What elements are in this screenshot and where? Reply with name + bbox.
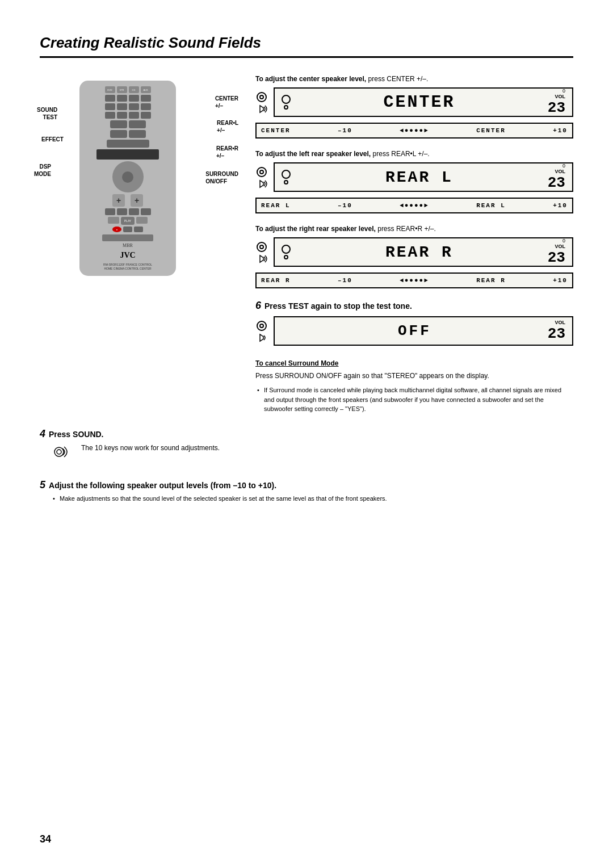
remote-btn-8[interactable] [141, 103, 151, 110]
rear-r-number: 23 [548, 249, 565, 266]
remote-btn-treble[interactable] [129, 130, 146, 138]
rear-r-scale-arrows: ◄●●●●► [400, 277, 429, 284]
rear-r-section: To adjust the right rear speaker level, … [255, 225, 573, 288]
remote-btn-dvd[interactable]: DVD [105, 86, 115, 93]
remote-btn-aux[interactable]: AUX [141, 86, 151, 93]
step6-number: 6 [255, 300, 261, 312]
label-dsp-mode: DSP MODE [34, 163, 51, 178]
rear-l-scale-right: REAR L [476, 202, 506, 209]
remote-btn-stop[interactable] [123, 227, 132, 232]
remote-btn-12[interactable] [141, 112, 151, 119]
test-wave-icon [255, 332, 268, 343]
cancel-surround-text2: If Surround mode is canceled while playi… [264, 385, 573, 414]
center-number: 23 [548, 99, 565, 116]
remote-btn-1[interactable] [105, 95, 115, 102]
off-vol-label: VOL [555, 320, 565, 325]
remote-btn-10[interactable] [117, 112, 127, 119]
off-lcd-display: OFF VOL 23 [274, 316, 573, 346]
center-scale-plus: +10 [553, 127, 568, 134]
center-section: To adjust the center speaker level, pres… [255, 75, 573, 139]
center-scale-bar: CENTER –10 ◄●●●●► CENTER +10 [255, 123, 573, 139]
remote-btn-guide[interactable] [105, 208, 115, 215]
center-vol-label: VOL [555, 94, 565, 99]
remote-btn-pause[interactable] [134, 227, 143, 232]
remote-btn-prev[interactable] [108, 217, 119, 224]
step4-number: 4 [40, 428, 45, 440]
remote-btn-2[interactable] [117, 95, 127, 102]
rear-l-wave-icon [255, 178, 268, 190]
remote-btn-str[interactable]: STR [117, 86, 127, 93]
rear-l-number: 23 [548, 174, 565, 191]
step4-description: The 10 keys now work for sound adjustmen… [81, 443, 220, 453]
off-lcd-text: OFF [398, 322, 431, 339]
remote-btn-11[interactable] [129, 112, 139, 119]
center-lcd-display: CENTER 0 VOL 23 [274, 87, 573, 117]
remote-btn-long[interactable] [102, 234, 153, 241]
rear-l-scale-bar: REAR L –10 ◄●●●●► REAR L +10 [255, 198, 573, 213]
rear-r-scale-plus: +10 [553, 277, 568, 284]
step5-title: Adjust the following speaker output leve… [49, 481, 276, 490]
remote-btn-5[interactable] [105, 103, 115, 110]
remote-volume-btn[interactable]: + [112, 194, 125, 207]
remote-btn-9[interactable] [105, 112, 115, 119]
rear-r-instruction-title: To adjust the right rear speaker level, … [255, 225, 573, 233]
rear-r-vol-label: VOL [555, 244, 565, 249]
step6-title: Press TEST again to stop the test tone. [264, 301, 412, 311]
rear-l-section: To adjust the left rear speaker level, p… [255, 150, 573, 213]
center-lcd-text: CENTER [383, 93, 455, 112]
rear-r-scale-right: REAR R [476, 277, 506, 284]
remote-btn-3[interactable] [129, 95, 139, 102]
rear-l-vol-label: VOL [555, 169, 565, 174]
remote-btn-6[interactable] [117, 103, 127, 110]
step5-section: 5 Adjust the following speaker output le… [40, 479, 573, 504]
label-effect: EFFECT [41, 136, 64, 142]
center-scale-minus: –10 [338, 127, 352, 134]
remote-btn-display[interactable] [107, 140, 149, 148]
remote-btn-menu[interactable] [141, 208, 151, 215]
rear-r-scale-left: REAR R [261, 277, 291, 284]
remote-display [96, 149, 159, 160]
center-icon [255, 92, 268, 115]
label-rear-l: REAR•L+/– [217, 119, 238, 134]
remote-btn-sound[interactable] [110, 120, 127, 128]
rear-r-scale-minus: –10 [338, 277, 352, 284]
remote-btn-bass[interactable] [129, 120, 146, 128]
page-number: 34 [40, 833, 51, 845]
step6-section: 6 Press TEST again to stop the test tone… [255, 300, 573, 348]
center-instruction-title: To adjust the center speaker level, pres… [255, 75, 573, 83]
jvc-logo: JVC [85, 251, 170, 260]
center-scale-arrows: ◄●●●●► [400, 127, 429, 134]
remote-btn-rec[interactable]: ● [112, 227, 121, 232]
rear-l-lcd-text: REAR L [385, 169, 453, 186]
remote-btn-7[interactable] [129, 103, 139, 110]
remote-btn-cd[interactable]: CD [129, 86, 139, 93]
rear-r-lcd-text: REAR R [385, 244, 453, 261]
rear-r-icon [255, 242, 268, 265]
remote-btn-effect[interactable] [110, 130, 127, 138]
off-number: 23 [548, 325, 565, 342]
svg-point-0 [54, 447, 64, 456]
remote-btn-audio[interactable] [117, 208, 127, 215]
cancel-surround-title: To cancel Surround Mode [255, 359, 573, 367]
remote-volume-down-btn[interactable]: + [131, 194, 143, 207]
cancel-surround-text1: Press SURROUND ON/OFF again so that "STE… [255, 371, 573, 381]
rear-r-value: 0 [562, 238, 565, 244]
label-sound-test: SOUNDTEST [37, 106, 57, 121]
remote-btn-play[interactable]: PLAY [121, 217, 135, 225]
remote-btn-sub[interactable] [129, 208, 139, 215]
rear-l-value: 0 [562, 163, 565, 169]
model-text: RM-SROR1120F FRANCE CONTROLHOME CINEMA C… [85, 263, 170, 270]
sound-button-icon [51, 444, 73, 468]
rear-l-icon [255, 167, 268, 190]
remote-nav-circle[interactable] [112, 161, 144, 192]
remote-nav-center[interactable] [122, 171, 133, 183]
center-scale-right: CENTER [476, 127, 506, 134]
remote-btn-4[interactable] [141, 95, 151, 102]
rear-l-scale-plus: +10 [553, 202, 568, 209]
remote-btn-next[interactable] [136, 217, 148, 224]
rear-l-lcd-display: REAR L 0 VOL 23 [274, 162, 573, 192]
center-scale-left: CENTER [261, 127, 291, 134]
step4-title: Press SOUND. [49, 430, 103, 439]
rear-l-scale-arrows: ◄●●●●► [400, 202, 429, 209]
label-center: CENTER+/– [215, 95, 238, 110]
